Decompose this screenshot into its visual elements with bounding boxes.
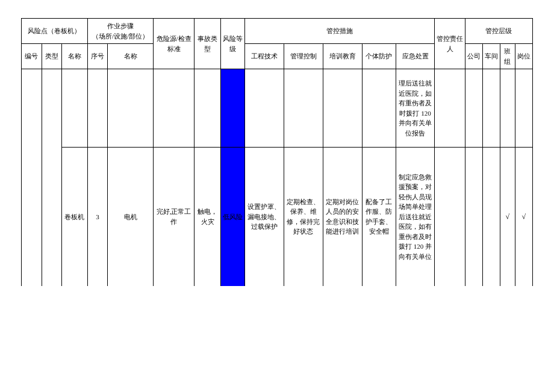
th-workshop: 车间 [482,44,500,69]
cell-workshop [482,148,500,286]
th-train: 培训教育 [323,44,362,69]
table-row: 卷板机 3 电机 完好,正常工作 触电，火灾 低风险 设置护罩、漏电接地、过载保… [22,148,533,286]
cell-seq [87,69,108,148]
cell-emerg: 制定应急救援预案，对轻伤人员现场简单处理后送往就近医院，如有重伤者及时拨打 12… [396,148,435,286]
cell-train: 定期对岗位人员的的安全意识和技能进行培训 [323,148,362,286]
th-seq: 序号 [87,44,108,69]
cell-name: 卷板机 [62,148,88,286]
cell-risk: 低风险 [221,148,244,286]
th-measures: 管控措施 [244,19,435,44]
th-post: 岗位 [515,44,532,69]
cell-ppe: 配备了工作服、防护手套、安全帽 [362,148,396,286]
th-level-group: 管控层级 [465,19,532,44]
cell-post [515,69,532,148]
cell-workshop [482,69,500,148]
cell-hazard [154,69,194,148]
th-team: 班组 [500,44,515,69]
risk-assessment-table: 风险点（卷板机） 作业步骤 （场所/设施/部位） 危险源/检查标准 事故类型 风… [21,18,533,286]
cell-mgmt: 定期检查、保养、维修，保持完好状态 [284,148,323,286]
th-accident: 事故类型 [194,19,221,69]
cell-responsible [435,148,465,286]
cell-eng: 设置护罩、漏电接地、过载保护 [244,148,284,286]
cell-risk [221,69,244,148]
cell-type [42,69,62,286]
cell-mgmt [284,69,323,148]
th-work-step: 作业步骤 （场所/设施/部位） [87,19,154,44]
cell-partname [108,69,154,148]
cell-team: √ [500,148,515,286]
th-name2: 名称 [108,44,154,69]
cell-emerg: 理后送往就近医院，如有重伤者及时拨打 120 并向有关单位报告 [396,69,435,148]
cell-team [500,69,515,148]
cell-id [22,69,42,286]
table-row: 理后送往就近医院，如有重伤者及时拨打 120 并向有关单位报告 [22,69,533,148]
th-name: 名称 [62,44,88,69]
cell-accident: 触电，火灾 [194,148,221,286]
th-risk-point: 风险点（卷板机） [22,19,88,44]
th-risk-level: 风险等级 [221,19,244,69]
cell-seq: 3 [87,148,108,286]
cell-accident [194,69,221,148]
cell-post: √ [515,148,532,286]
cell-company [465,69,482,148]
cell-eng [244,69,284,148]
cell-name [62,69,88,148]
th-company: 公司 [465,44,482,69]
cell-hazard: 完好,正常工作 [154,148,194,286]
th-eng: 工程技术 [244,44,284,69]
cell-responsible [435,69,465,148]
th-type: 类型 [42,44,62,69]
th-ppe: 个体防护 [362,44,396,69]
cell-partname: 电机 [108,148,154,286]
th-responsible: 管控责任人 [435,19,465,69]
cell-ppe [362,69,396,148]
th-mgmt: 管理控制 [284,44,323,69]
cell-company [465,148,482,286]
cell-train [323,69,362,148]
th-id: 编号 [22,44,42,69]
th-emerg: 应急处置 [396,44,435,69]
th-hazard: 危险源/检查标准 [154,19,194,69]
